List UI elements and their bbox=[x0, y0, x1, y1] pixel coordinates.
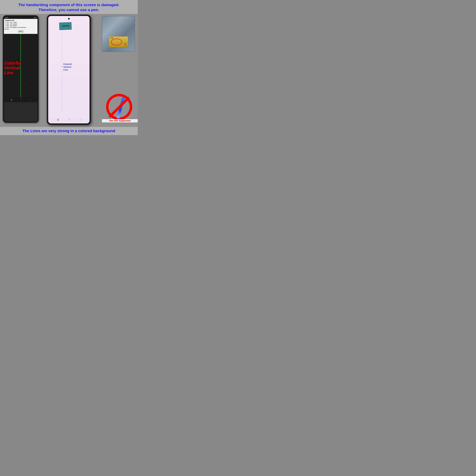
circle-1 bbox=[110, 37, 111, 38]
no-sign-circle bbox=[106, 94, 132, 120]
nav-recent-icon: ||| bbox=[11, 99, 12, 101]
ui-title: Loopback Test bbox=[5, 20, 37, 21]
front-camera bbox=[68, 18, 70, 19]
component-chip: AMBFNECIV 21 bbox=[109, 36, 128, 47]
radio-stop bbox=[5, 29, 6, 30]
right-photo-background: AMBFNECIV 21 bbox=[102, 16, 135, 51]
left-phone-nav: ||| ○ ‹ bbox=[4, 97, 37, 102]
status-time: 16:53 bbox=[5, 17, 8, 18]
red-oval-highlight bbox=[111, 39, 122, 45]
pen-not-supported-sign: Pen Not Supported bbox=[106, 94, 134, 121]
component-circles bbox=[110, 37, 113, 38]
radio-1 bbox=[5, 22, 6, 23]
header-line1: The handwriting component of this screen… bbox=[3, 2, 135, 7]
ui-item-2: Start : SPK_2ndMic bbox=[5, 23, 37, 25]
component-label-text: AMBFNECIV 21 bbox=[124, 43, 127, 46]
red-arrow-down: → bbox=[22, 82, 26, 86]
colorful-line3: Line bbox=[4, 70, 13, 75]
red-arrow-up: → bbox=[22, 42, 26, 46]
center-phone: 120480 ColoredVerticalLine ← ||| ○ ‹ bbox=[47, 15, 91, 125]
status-battery: 32% bbox=[34, 17, 36, 18]
left-phone-ui: Loopback Test Start : RCV_1stMic Start :… bbox=[4, 19, 37, 34]
pen-not-supported-text: Pen Not Supported bbox=[102, 119, 138, 122]
center-nav-back: ‹ bbox=[80, 119, 80, 121]
price-sticker: 120480 bbox=[59, 22, 72, 30]
center-nav-home: ○ bbox=[69, 119, 70, 121]
colorful-label: Colorful Vertical Line bbox=[4, 61, 21, 75]
header-line2: Therefore, you cannot use a pen. bbox=[3, 7, 135, 12]
right-component-photo: AMBFNECIV 21 bbox=[102, 16, 135, 52]
nav-home-icon: ○ bbox=[20, 99, 22, 101]
ui-item-4: Start : E/P (Please Insert Earphone) bbox=[5, 27, 37, 28]
colorful-line2: Vertical bbox=[4, 66, 20, 70]
center-phone-nav: ||| ○ ‹ bbox=[48, 119, 89, 121]
center-nav-recent: ||| bbox=[57, 119, 59, 121]
center-phone-screen: 120480 ColoredVerticalLine ← ||| ○ ‹ bbox=[48, 16, 89, 123]
colorful-title: Colorful bbox=[4, 61, 21, 66]
sticker-text: 120480 bbox=[62, 25, 69, 27]
screen-vertical-line bbox=[62, 30, 62, 112]
radio-4 bbox=[5, 27, 6, 28]
colored-vertical-line-label: ColoredVerticalLine bbox=[63, 63, 72, 71]
radio-3 bbox=[5, 25, 6, 26]
exit-button[interactable]: EXIT bbox=[18, 30, 24, 33]
nav-back-icon: ‹ bbox=[30, 99, 31, 101]
ui-item-stop: Stop bbox=[5, 28, 37, 30]
left-phone-status: 16:53 32% bbox=[4, 17, 37, 19]
main-area: 16:53 32% Loopback Test Start : RCV_1stM… bbox=[0, 14, 138, 127]
radio-2 bbox=[5, 24, 6, 25]
header-text: The handwriting component of this screen… bbox=[0, 0, 138, 14]
circle-2 bbox=[112, 37, 113, 38]
colored-arrow-icon: ← bbox=[61, 65, 63, 68]
ui-item-3: Start : SPK_3rdMic bbox=[5, 25, 37, 26]
ui-item-1: Start : RCV_1stMic bbox=[5, 22, 37, 23]
footer-text: The Lines are very strong in a colored b… bbox=[0, 127, 138, 135]
